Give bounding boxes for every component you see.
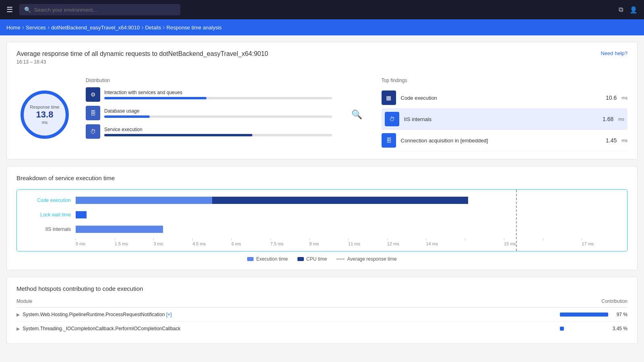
response-card-time: 16:13 – 16:43 <box>17 59 268 65</box>
need-help-link[interactable]: Need help? <box>601 50 628 56</box>
x-tick-2: 3 ms <box>153 238 192 246</box>
search-input[interactable] <box>34 7 175 13</box>
distribution-section: Distribution ⚙ Interaction with services… <box>86 78 332 151</box>
expand-icon-1[interactable]: ▶ <box>17 326 20 331</box>
topbar: ☰ 🔍 ⧉ 👤 <box>0 0 644 19</box>
breadcrumb-sep-1: › <box>22 24 24 31</box>
finding-unit-0: ms <box>621 95 627 100</box>
legend-cpu-label: CPU time <box>306 256 327 262</box>
hotspot-row-1: ▶ System.Threading._IOCompletionCallback… <box>17 322 627 336</box>
hotspots-title: Method hotspots contributing to code exe… <box>17 285 627 292</box>
code-bar-dark <box>212 197 468 204</box>
dist-name-1: Database usage <box>104 108 332 114</box>
response-circle-wrap: Response time 13.8 ms <box>17 78 73 151</box>
chart-bars-iis <box>76 224 621 235</box>
expand-icon-0[interactable]: ▶ <box>17 312 20 317</box>
x-tick-10 <box>465 238 504 246</box>
breadcrumb-details[interactable]: Details <box>145 25 161 31</box>
finding-unit-1: ms <box>618 117 624 121</box>
top-findings-title: Top findings <box>382 78 628 83</box>
search-icon: 🔍 <box>24 6 31 13</box>
circle-label: Response time <box>30 105 59 109</box>
lock-bar <box>76 211 87 218</box>
hotspots-table: Module Contribution ▶ System.Web.Hosting… <box>17 298 627 335</box>
breadcrumb-sep-2: › <box>47 24 50 31</box>
contrib-value-0: 97 % <box>611 312 627 317</box>
dist-item-0: ⚙ Interaction with services and queues <box>86 87 332 102</box>
contrib-value-1: 3.45 % <box>611 326 627 331</box>
chart-container: Code execution Lock wait time IIS intern… <box>17 189 627 251</box>
dist-item-2: ⏱ Service execution <box>86 124 332 139</box>
dist-content-1: Database usage <box>104 108 332 118</box>
legend-avg-label: Average response time <box>347 256 396 262</box>
legend-avg-line <box>336 259 345 259</box>
breakdown-title: Breakdown of service execution time <box>17 175 627 181</box>
breadcrumb-sep-4: › <box>163 24 165 31</box>
finding-unit-2: ms <box>621 138 627 143</box>
x-axis: 0 ms 1.5 ms 3 ms 4.5 ms 6 ms 7.5 ms 9 ms… <box>76 238 621 246</box>
window-icon[interactable]: ⧉ <box>619 6 623 14</box>
response-circle: Response time 13.8 ms <box>21 90 69 139</box>
dist-icon-0: ⚙ <box>86 87 100 102</box>
code-bar-light <box>76 197 212 204</box>
legend-avg: Average response time <box>336 256 396 262</box>
breadcrumb-service-name[interactable]: dotNetBackend_easyTravel_x64:9010 <box>51 25 140 31</box>
x-tick-3: 4.5 ms <box>192 238 231 246</box>
dist-bar-wrap-2 <box>104 134 332 136</box>
x-tick-13: 17 ms <box>582 238 621 246</box>
chart-legend: Execution time CPU time Average response… <box>17 256 627 262</box>
distribution-title: Distribution <box>86 78 332 83</box>
breadcrumb-home[interactable]: Home <box>6 25 21 31</box>
method-name-0: System.Web.Hosting.PipelineRuntime.Proce… <box>23 312 165 317</box>
legend-execution-bar <box>247 257 254 261</box>
x-tick-1: 1.5 ms <box>115 238 154 246</box>
legend-execution: Execution time <box>247 256 288 262</box>
contrib-bar-wrap-1 <box>560 327 608 331</box>
hotspot-contrib-1: 3.45 % <box>449 322 627 336</box>
menu-icon[interactable]: ☰ <box>6 5 13 14</box>
method-tag-0[interactable]: [+] <box>166 312 172 317</box>
chart-bars-lock <box>76 209 621 220</box>
zoom-icon[interactable]: 🔍 <box>351 109 362 120</box>
response-card-title: Average response time of all dynamic req… <box>17 50 268 58</box>
x-tick-12 <box>543 238 582 246</box>
finding-0: ▦ Code execution 10.6 ms <box>382 87 628 109</box>
breadcrumb: Home › Services › dotNetBackend_easyTrav… <box>0 19 644 35</box>
dist-bar-wrap-1 <box>104 115 332 118</box>
contrib-cell-1: 3.45 % <box>449 326 627 331</box>
breadcrumb-current: Response time analysis <box>167 25 222 31</box>
chart-row-iis: IIS internals <box>23 224 621 235</box>
finding-icon-2: 🗄 <box>382 133 396 148</box>
circle-value: 13.8 <box>36 109 54 120</box>
response-card-title-group: Average response time of all dynamic req… <box>17 50 268 71</box>
chart-row-code: Code execution <box>23 195 621 206</box>
chart-label-code: Code execution <box>23 197 76 203</box>
legend-execution-label: Execution time <box>256 256 288 262</box>
contrib-cell-0: 97 % <box>449 312 627 317</box>
contrib-bar-wrap-0 <box>560 313 608 317</box>
dist-bar-wrap-0 <box>104 97 332 99</box>
hotspot-contrib-0: 97 % <box>449 308 627 322</box>
circle-unit: ms <box>42 120 48 125</box>
chart-bars-code <box>76 195 621 206</box>
finding-name-0: Code execution <box>401 95 601 101</box>
chart-label-iis: IIS internals <box>23 226 76 232</box>
breadcrumb-sep-3: › <box>141 24 143 31</box>
topbar-actions: ⧉ 👤 <box>619 6 638 14</box>
zoom-icon-wrap: 🔍 <box>345 78 369 151</box>
finding-value-2: 1.45 <box>606 137 617 144</box>
hotspot-method-1: ▶ System.Threading._IOCompletionCallback… <box>17 322 449 336</box>
dist-icon-2: ⏱ <box>86 124 100 139</box>
breadcrumb-services[interactable]: Services <box>26 25 46 31</box>
method-name-1: System.Threading._IOCompletionCallback.P… <box>23 326 180 331</box>
hotspots-card: Method hotspots contributing to code exe… <box>6 277 638 344</box>
finding-icon-0: ▦ <box>382 90 396 105</box>
iis-bar <box>76 226 163 233</box>
search-bar[interactable]: 🔍 <box>19 4 180 15</box>
user-icon[interactable]: 👤 <box>630 6 638 14</box>
dist-bar-2 <box>104 134 252 136</box>
contrib-bar-1 <box>560 327 564 331</box>
hotspot-method-0: ▶ System.Web.Hosting.PipelineRuntime.Pro… <box>17 308 449 322</box>
main-content: Average response time of all dynamic req… <box>0 35 644 350</box>
finding-value-1: 1.68 <box>603 116 613 122</box>
